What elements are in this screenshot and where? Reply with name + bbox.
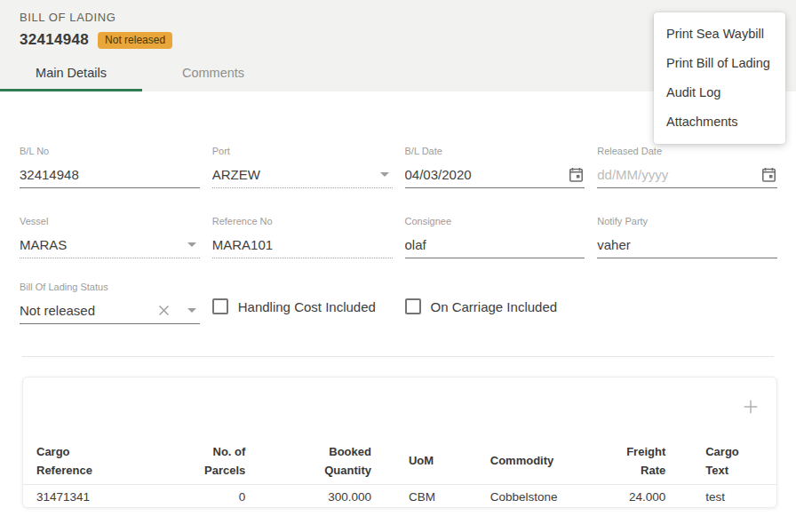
consignee-label: Consignee	[405, 216, 585, 228]
notify-party-value: vaher	[597, 237, 777, 252]
released-date-input[interactable]: dd/MM/yyyy	[597, 162, 777, 188]
column-header-commodity: Commodity	[471, 437, 604, 484]
cell-freight-rate: 24.000	[603, 490, 665, 504]
bl-date-input[interactable]: 04/03/2020	[405, 162, 585, 188]
bl-no-label: B/L No	[20, 146, 200, 158]
column-header-uom: UoM	[371, 437, 471, 484]
checkbox-icon[interactable]	[212, 298, 228, 314]
context-menu: Print Sea Waybill Print Bill of Lading A…	[654, 12, 785, 144]
field-bl-no: B/L No 32414948	[20, 146, 200, 188]
port-select[interactable]: ARZEW	[212, 162, 393, 188]
field-consignee: Consignee olaf	[405, 216, 585, 258]
chevron-down-icon	[187, 308, 196, 313]
calendar-icon[interactable]	[760, 166, 777, 184]
bl-status-label: Bill Of Lading Status	[20, 282, 200, 294]
status-badge: Not released	[98, 32, 172, 49]
cargo-lines-card: CargoReference No. ofParcels BookedQuant…	[22, 377, 777, 508]
column-header-booked-quantity: BookedQuantity	[245, 437, 371, 484]
port-value: ARZEW	[212, 167, 375, 182]
menu-item-audit-log[interactable]: Audit Log	[654, 78, 785, 107]
field-released-date: Released Date dd/MM/yyyy	[597, 146, 777, 188]
port-label: Port	[212, 146, 393, 158]
cell-uom: CBM	[371, 490, 471, 504]
vessel-select[interactable]: MARAS	[20, 232, 200, 258]
add-cargo-line-button[interactable]	[741, 397, 760, 417]
field-bl-date: B/L Date 04/03/2020	[405, 146, 585, 188]
document-number: 32414948	[20, 31, 89, 49]
calendar-icon[interactable]	[567, 166, 585, 184]
main-details-panel: B/L No 32414948 Port ARZEW B/L Date 04/0…	[0, 146, 796, 508]
column-header-no-of-parcels: No. ofParcels	[192, 437, 246, 484]
cell-cargo-text: test	[665, 490, 776, 504]
vessel-value: MARAS	[20, 237, 182, 252]
bl-date-label: B/L Date	[405, 146, 585, 158]
field-notify-party: Notify Party vaher	[597, 216, 777, 258]
table-row[interactable]: 31471341 0 300.000 CBM Cobbelstone 24.00…	[23, 484, 776, 508]
handling-cost-checkbox[interactable]: Handling Cost Included	[212, 282, 393, 324]
bl-no-value: 32414948	[20, 167, 200, 182]
vessel-label: Vessel	[20, 216, 200, 228]
clear-icon[interactable]	[155, 302, 173, 320]
cell-booked-quantity: 300.000	[245, 490, 371, 504]
consignee-input[interactable]: olaf	[405, 232, 585, 258]
bl-no-input[interactable]: 32414948	[20, 162, 200, 188]
cell-cargo-reference: 31471341	[23, 490, 192, 504]
consignee-value: olaf	[405, 237, 585, 252]
tab-bar: Main Details Comments	[0, 56, 284, 91]
cargo-table-header: CargoReference No. ofParcels BookedQuant…	[23, 437, 776, 484]
released-date-label: Released Date	[597, 146, 777, 158]
bl-status-select[interactable]: Not released	[20, 298, 200, 324]
field-port: Port ARZEW	[212, 146, 393, 188]
notify-party-input[interactable]: vaher	[597, 232, 777, 258]
reference-no-label: Reference No	[212, 216, 393, 228]
menu-item-print-sea-waybill[interactable]: Print Sea Waybill	[654, 20, 785, 49]
bill-of-lading-page: BILL OF LADING 32414948 Not released Mai…	[0, 0, 796, 532]
field-vessel: Vessel MARAS	[20, 216, 200, 258]
reference-no-value: MARA101	[212, 237, 393, 252]
chevron-down-icon	[187, 242, 196, 247]
on-carriage-label: On Carriage Included	[431, 299, 558, 314]
bl-status-value: Not released	[20, 303, 155, 318]
column-header-cargo-reference: CargoReference	[23, 437, 192, 484]
cell-no-of-parcels: 0	[192, 490, 246, 504]
bl-date-value: 04/03/2020	[405, 167, 568, 182]
column-header-freight-rate: FreightRate	[603, 437, 665, 484]
menu-item-print-bill-of-lading[interactable]: Print Bill of Lading	[654, 49, 785, 78]
checkbox-icon[interactable]	[405, 298, 421, 314]
reference-no-input[interactable]: MARA101	[212, 232, 393, 258]
cargo-card-toolbar	[23, 377, 776, 437]
column-header-cargo-text: CargoText	[665, 437, 776, 484]
on-carriage-checkbox[interactable]: On Carriage Included	[405, 282, 585, 324]
field-reference-no: Reference No MARA101	[212, 216, 393, 258]
tab-comments[interactable]: Comments	[142, 56, 284, 91]
handling-cost-label: Handling Cost Included	[238, 299, 376, 314]
section-divider	[22, 356, 774, 357]
chevron-down-icon	[380, 172, 389, 177]
tab-main-details[interactable]: Main Details	[0, 56, 142, 91]
menu-item-attachments[interactable]: Attachments	[654, 107, 785, 137]
notify-party-label: Notify Party	[597, 216, 777, 228]
cell-commodity: Cobbelstone	[471, 490, 604, 504]
field-bl-status: Bill Of Lading Status Not released	[20, 282, 200, 324]
released-date-placeholder: dd/MM/yyyy	[597, 167, 760, 182]
